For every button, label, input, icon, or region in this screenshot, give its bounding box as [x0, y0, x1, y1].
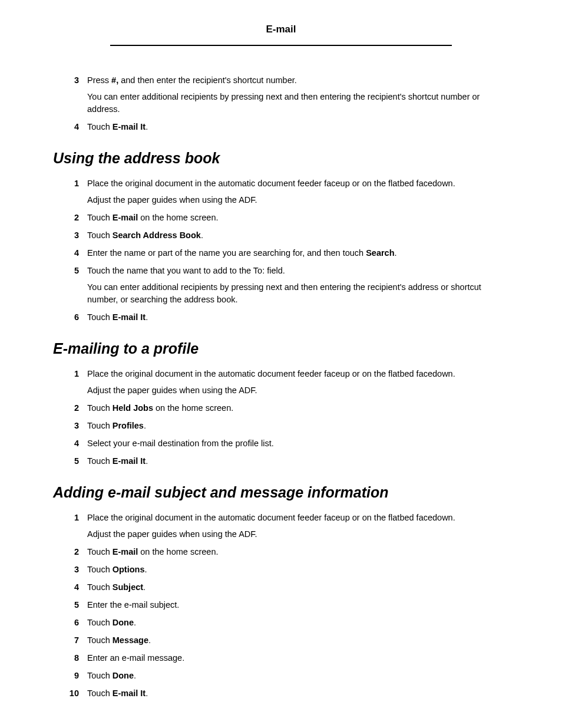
step-item: 1Place the original document in the auto…	[53, 512, 509, 541]
step-list: 1Place the original document in the auto…	[53, 177, 509, 324]
step-text: Touch E-mail It.	[87, 455, 509, 467]
step-item: 4Enter the name or part of the name you …	[53, 247, 509, 259]
step-text: You can enter additional recipients by p…	[87, 91, 509, 116]
step-number: 3	[53, 564, 87, 576]
step-item: 6Touch E-mail It.	[53, 311, 509, 324]
step-number: 6	[53, 617, 87, 629]
step-body: Touch E-mail It.	[87, 311, 509, 324]
step-body: Place the original document in the autom…	[87, 177, 509, 206]
step-number: 8	[53, 652, 87, 664]
step-text: Touch E-mail on the home screen.	[87, 546, 509, 558]
step-item: 10Touch E-mail It.	[53, 687, 509, 700]
step-number: 2	[53, 546, 87, 558]
step-number: 3	[53, 420, 87, 432]
step-text: Place the original document in the autom…	[87, 512, 509, 524]
step-number: 1	[53, 512, 87, 524]
step-list: 1Place the original document in the auto…	[53, 368, 509, 467]
step-item: 7Touch Message.	[53, 634, 509, 647]
step-text: Enter the e-mail subject.	[87, 599, 509, 611]
step-text: Adjust the paper guides when using the A…	[87, 528, 509, 541]
step-number: 7	[53, 634, 87, 647]
step-item: 6Touch Done.	[53, 617, 509, 629]
step-body: Select your e-mail destination from the …	[87, 437, 509, 450]
step-body: Touch Subject.	[87, 581, 509, 594]
step-text: You can enter additional recipients by p…	[87, 281, 509, 306]
step-item: 1Place the original document in the auto…	[53, 177, 509, 206]
header-title: E-mail	[266, 24, 296, 39]
step-number: 4	[53, 437, 87, 450]
step-text: Adjust the paper guides when using the A…	[87, 194, 509, 206]
step-text: Touch E-mail on the home screen.	[87, 212, 509, 224]
step-number: 5	[53, 265, 87, 277]
sections-container: Using the address book1Place the origina…	[53, 150, 509, 700]
step-text: Touch Profiles.	[87, 420, 509, 432]
step-body: Touch Options.	[87, 564, 509, 576]
step-body: Touch the name that you want to add to t…	[87, 265, 509, 306]
step-number: 4	[53, 121, 87, 133]
intro-step-list: 3Press #, and then enter the recipient's…	[53, 74, 509, 133]
section-heading: Using the address book	[53, 150, 509, 167]
step-body: Touch E-mail It.	[87, 121, 509, 133]
section-heading: Adding e-mail subject and message inform…	[53, 484, 509, 501]
step-text: Adjust the paper guides when using the A…	[87, 384, 509, 397]
step-text: Enter an e-mail message.	[87, 652, 509, 664]
step-number: 4	[53, 247, 87, 259]
step-text: Touch Done.	[87, 617, 509, 629]
step-number: 10	[53, 687, 87, 700]
step-text: Touch the name that you want to add to t…	[87, 265, 509, 277]
step-text: Touch Done.	[87, 670, 509, 682]
step-text: Touch Message.	[87, 634, 509, 647]
step-body: Touch E-mail It.	[87, 455, 509, 467]
step-body: Enter an e-mail message.	[87, 652, 509, 664]
step-number: 5	[53, 455, 87, 467]
step-text: Enter the name or part of the name you a…	[87, 247, 509, 259]
step-body: Touch Done.	[87, 670, 509, 682]
step-item: 2Touch E-mail on the home screen.	[53, 212, 509, 224]
step-number: 3	[53, 74, 87, 87]
header-rule	[110, 45, 452, 46]
step-number: 6	[53, 311, 87, 324]
step-number: 9	[53, 670, 87, 682]
step-item: 3Touch Profiles.	[53, 420, 509, 432]
step-item: 9Touch Done.	[53, 670, 509, 682]
step-body: Touch E-mail on the home screen.	[87, 212, 509, 224]
step-text: Touch E-mail It.	[87, 311, 509, 324]
step-item: 1Place the original document in the auto…	[53, 368, 509, 397]
step-number: 1	[53, 368, 87, 380]
step-text: Touch Held Jobs on the home screen.	[87, 402, 509, 414]
step-body: Touch E-mail on the home screen.	[87, 546, 509, 558]
step-body: Touch Message.	[87, 634, 509, 647]
step-list: 1Place the original document in the auto…	[53, 512, 509, 700]
step-number: 1	[53, 177, 87, 190]
step-body: Enter the name or part of the name you a…	[87, 247, 509, 259]
step-body: Touch Search Address Book.	[87, 229, 509, 242]
step-number: 4	[53, 581, 87, 594]
step-text: Touch E-mail It.	[87, 687, 509, 700]
step-text: Touch Subject.	[87, 581, 509, 594]
step-item: 2Touch Held Jobs on the home screen.	[53, 402, 509, 414]
step-text: Place the original document in the autom…	[87, 368, 509, 380]
section-heading: E-mailing to a profile	[53, 340, 509, 357]
step-text: Place the original document in the autom…	[87, 177, 509, 190]
step-item: 3Press #, and then enter the recipient's…	[53, 74, 509, 116]
step-item: 3Touch Options.	[53, 564, 509, 576]
step-text: Touch Options.	[87, 564, 509, 576]
page-content: E-mail 3Press #, and then enter the reci…	[0, 0, 562, 728]
step-item: 5Enter the e-mail subject.	[53, 599, 509, 611]
step-item: 5Touch E-mail It.	[53, 455, 509, 467]
step-item: 4Touch E-mail It.	[53, 121, 509, 133]
step-body: Touch Profiles.	[87, 420, 509, 432]
step-body: Press #, and then enter the recipient's …	[87, 74, 509, 116]
step-number: 2	[53, 402, 87, 414]
step-body: Touch Done.	[87, 617, 509, 629]
step-item: 8Enter an e-mail message.	[53, 652, 509, 664]
step-body: Touch E-mail It.	[87, 687, 509, 700]
step-text: Touch E-mail It.	[87, 121, 509, 133]
step-number: 5	[53, 599, 87, 611]
step-body: Place the original document in the autom…	[87, 512, 509, 541]
step-text: Press #, and then enter the recipient's …	[87, 74, 509, 87]
step-number: 3	[53, 229, 87, 242]
step-body: Enter the e-mail subject.	[87, 599, 509, 611]
step-body: Touch Held Jobs on the home screen.	[87, 402, 509, 414]
step-number: 2	[53, 212, 87, 224]
